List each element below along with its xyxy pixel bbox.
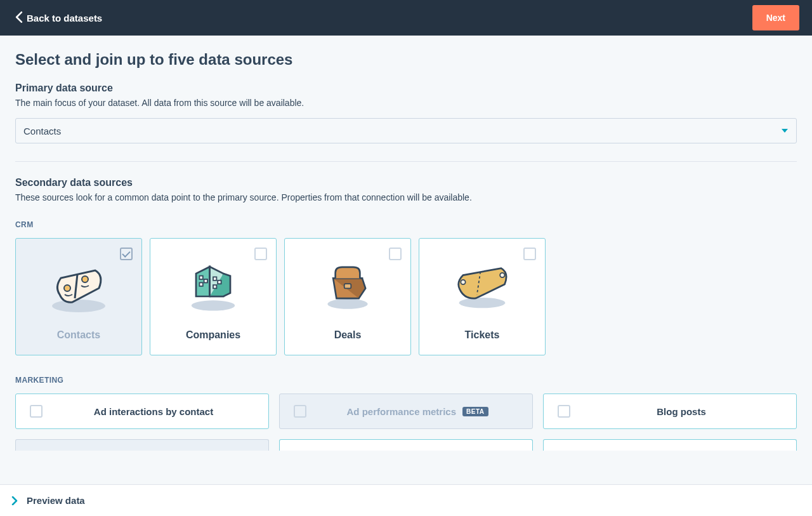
deals-illustration-icon [316, 256, 379, 314]
checkbox-checked-icon [120, 248, 133, 260]
tickets-illustration-icon [450, 256, 514, 314]
svg-rect-8 [218, 281, 221, 284]
chevron-right-icon [9, 495, 20, 506]
svg-point-0 [52, 300, 105, 312]
source-card-companies[interactable]: Companies [150, 238, 277, 355]
checkbox-icon [558, 405, 570, 418]
crm-card-row: Contacts Companies [15, 238, 797, 355]
checkbox-icon [30, 405, 43, 418]
preview-data-label: Preview data [27, 495, 85, 506]
source-card-blog-posts[interactable]: Blog posts [543, 394, 797, 429]
source-card-label: Tickets [465, 329, 500, 341]
secondary-source-description: These sources look for a common data poi… [15, 192, 797, 202]
checkbox-icon [389, 248, 402, 260]
svg-rect-7 [213, 277, 216, 280]
svg-rect-11 [344, 284, 351, 288]
svg-point-3 [192, 300, 235, 310]
checkbox-icon [523, 248, 536, 260]
section-divider [15, 161, 797, 162]
checkbox-icon [294, 405, 306, 418]
source-card-stub[interactable] [543, 439, 797, 451]
source-card-ad-interactions[interactable]: Ad interactions by contact [15, 394, 269, 429]
primary-source-description: The main focus of your dataset. All data… [15, 98, 797, 108]
marketing-card-row: Ad interactions by contact Ad performanc… [15, 394, 797, 429]
primary-source-title: Primary data source [15, 83, 797, 94]
marketing-category-label: MARKETING [15, 376, 797, 385]
source-card-contacts[interactable]: Contacts [15, 238, 142, 355]
svg-point-14 [500, 273, 504, 277]
preview-data-bar[interactable]: Preview data [0, 484, 812, 516]
back-link-label: Back to datasets [27, 13, 102, 23]
primary-source-select-value: Contacts [15, 118, 797, 143]
svg-rect-5 [199, 282, 202, 286]
primary-source-select[interactable]: Contacts [15, 118, 797, 143]
source-card-label: Companies [186, 329, 240, 341]
page-title: Select and join up to five data sources [15, 51, 797, 69]
companies-illustration-icon [181, 256, 245, 314]
secondary-source-title: Secondary data sources [15, 177, 797, 189]
next-button[interactable]: Next [752, 5, 799, 30]
contacts-illustration-icon [47, 256, 110, 314]
chevron-down-icon [782, 129, 788, 133]
svg-point-1 [64, 285, 70, 291]
chevron-left-icon [15, 11, 23, 25]
beta-badge: BETA [462, 407, 488, 416]
svg-rect-4 [199, 276, 202, 279]
back-to-datasets-link[interactable]: Back to datasets [15, 11, 102, 25]
svg-point-12 [459, 298, 506, 308]
source-card-label: Deals [334, 329, 362, 341]
source-card-label: Ad interactions by contact [94, 406, 213, 417]
source-card-stub[interactable] [279, 439, 533, 451]
svg-point-10 [327, 299, 367, 309]
source-card-label: Ad performance metrics [346, 406, 456, 417]
source-card-label: Blog posts [657, 406, 706, 417]
source-card-ad-performance: Ad performance metrics BETA [279, 394, 533, 429]
svg-rect-6 [204, 279, 207, 282]
svg-point-2 [82, 276, 88, 282]
source-card-label: Contacts [57, 329, 100, 341]
main-content: Select and join up to five data sources … [0, 36, 812, 484]
source-card-deals[interactable]: Deals [284, 238, 411, 355]
svg-rect-9 [213, 285, 216, 288]
crm-category-label: CRM [15, 220, 797, 229]
marketing-card-row-2 [15, 439, 797, 451]
header-bar: Back to datasets Next [0, 0, 812, 36]
svg-point-13 [461, 280, 465, 284]
source-card-tickets[interactable]: Tickets [419, 238, 546, 355]
checkbox-icon [254, 248, 267, 260]
source-card-stub [15, 439, 269, 451]
